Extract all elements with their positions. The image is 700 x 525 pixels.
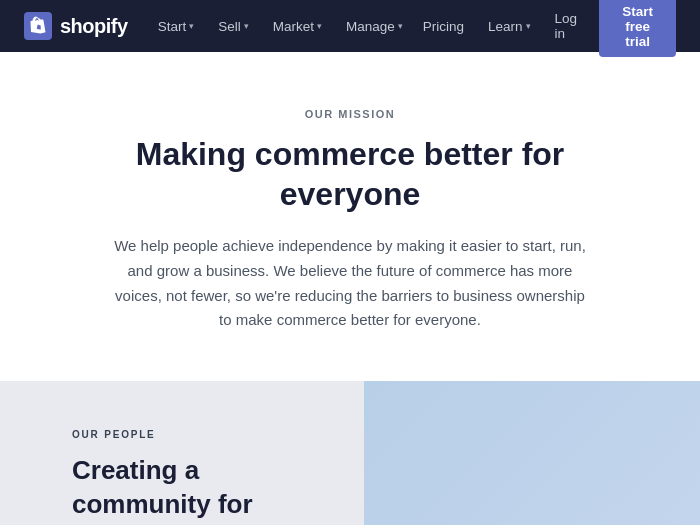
mission-title: Making commerce better for everyone: [100, 134, 600, 214]
nav-market[interactable]: Market ▾: [263, 13, 332, 40]
people-section-label: OUR PEOPLE: [72, 429, 328, 440]
nav-sell[interactable]: Sell ▾: [208, 13, 259, 40]
people-section: OUR PEOPLE Creating a community for impa…: [0, 381, 700, 525]
chevron-down-icon: ▾: [189, 21, 194, 31]
nav-links-left: Start ▾ Sell ▾ Market ▾ Manage ▾: [148, 13, 413, 40]
chevron-down-icon: ▾: [398, 21, 403, 31]
start-free-trial-button[interactable]: Start free trial: [599, 0, 676, 57]
people-title: Creating a community for impact: [72, 454, 328, 525]
nav-start[interactable]: Start ▾: [148, 13, 205, 40]
nav-learn[interactable]: Learn ▾: [478, 13, 541, 40]
logo[interactable]: shopify: [24, 12, 128, 40]
nav-links-right: Pricing Learn ▾ Log in Start free trial: [413, 0, 676, 57]
nav-manage[interactable]: Manage ▾: [336, 13, 413, 40]
people-content: OUR PEOPLE Creating a community for impa…: [0, 381, 700, 525]
people-image: [364, 381, 700, 525]
navigation: shopify Start ▾ Sell ▾ Market ▾ Manage ▾…: [0, 0, 700, 52]
chevron-down-icon: ▾: [317, 21, 322, 31]
shopify-logo-icon: [24, 12, 52, 40]
people-text: OUR PEOPLE Creating a community for impa…: [0, 381, 364, 525]
chevron-down-icon: ▾: [526, 21, 531, 31]
nav-pricing[interactable]: Pricing: [413, 13, 474, 40]
chevron-down-icon: ▾: [244, 21, 249, 31]
mission-section-label: OUR MISSION: [100, 108, 600, 120]
mission-description: We help people achieve independence by m…: [110, 234, 590, 333]
svg-rect-0: [24, 12, 52, 40]
logo-text: shopify: [60, 15, 128, 38]
nav-login[interactable]: Log in: [545, 5, 588, 47]
image-background: [364, 381, 700, 525]
mission-section: OUR MISSION Making commerce better for e…: [0, 52, 700, 381]
